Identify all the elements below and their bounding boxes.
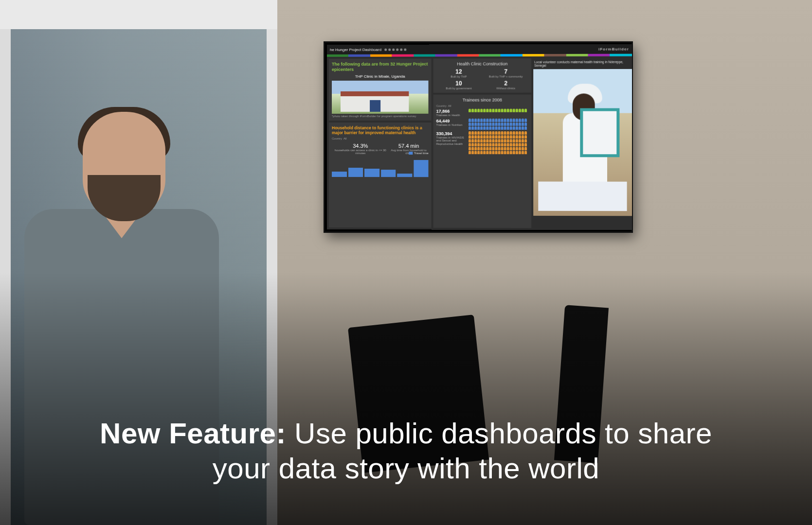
distance-bar-chart (332, 158, 429, 177)
headline-bold: New Feature: (100, 417, 286, 450)
chart-bar (414, 160, 429, 177)
dashboard-topbar: he Hunger Project Dashboard iFormBuilder (327, 44, 632, 54)
trainee-row: 64,449Trainees in Nutrition (436, 118, 528, 129)
volunteer-photo (533, 69, 632, 216)
intro-text: The following data are from 32 Hunger Pr… (332, 62, 429, 72)
clinic-title: THP Clinic in Mbale, Uganda (332, 74, 429, 78)
dashboard-screen: he Hunger Project Dashboard iFormBuilder… (327, 44, 632, 230)
mid-filter-label: Country (436, 105, 447, 107)
headline: New Feature: Use public dashboards to sh… (0, 416, 812, 486)
promo-scene: he Hunger Project Dashboard iFormBuilder… (0, 0, 812, 525)
clinic-caption: *photo taken through iFormBuilder for pr… (332, 114, 429, 117)
filter-label: Country (332, 137, 342, 140)
trainee-row: 330,394Trainees in HIV/AIDS and Sexual a… (436, 131, 528, 154)
stat2-value: 57.4 min (389, 143, 429, 149)
trainees-rows: 17,866Trainees in Health64,449Trainees i… (436, 109, 528, 154)
mid-filter-value: All (448, 105, 451, 107)
chart-bar (364, 169, 379, 177)
middle-column: Health Clinic Construction 12Built by TH… (433, 58, 532, 228)
stat1-label: households can access a clinic in <= 30 … (332, 149, 389, 155)
bottom-vignette (0, 272, 812, 525)
photo-caption: Local volunteer conducts maternal health… (533, 58, 632, 70)
construction-stat: 10Built by government (436, 80, 482, 90)
dashboard-title: he Hunger Project Dashboard (330, 47, 381, 52)
construction-stat: 12Built by THP (436, 68, 482, 78)
construction-stat: 7Built by THP + community (483, 68, 528, 78)
trainees-title: Trainees since 2008 (436, 98, 528, 103)
chart-bar (381, 170, 396, 177)
construction-title: Health Clinic Construction (436, 61, 528, 66)
chart-bar (348, 168, 363, 177)
stat1-value: 34.3% (332, 143, 389, 149)
headline-rest: Use public dashboards to share your data… (213, 417, 712, 485)
right-column: Local volunteer conducts maternal health… (533, 58, 632, 228)
trainee-row: 17,866Trainees in Health (436, 109, 528, 117)
page-dots (384, 48, 406, 51)
barrier-text: Household distance to functioning clinic… (332, 125, 429, 135)
chart-bar (397, 174, 412, 177)
wall-tv: he Hunger Project Dashboard iFormBuilder… (324, 41, 633, 233)
filter-value: All (343, 137, 347, 140)
construction-stats: 12Built by THP7Built by THP + community1… (436, 68, 528, 89)
clinic-photo (332, 80, 429, 113)
left-column: The following data are from 32 Hunger Pr… (329, 59, 432, 228)
construction-stat: 2Without clinics (483, 80, 528, 89)
chart-bar (332, 172, 347, 177)
brand-label: iFormBuilder (598, 47, 629, 51)
bar-legend: Travel time (409, 152, 429, 155)
